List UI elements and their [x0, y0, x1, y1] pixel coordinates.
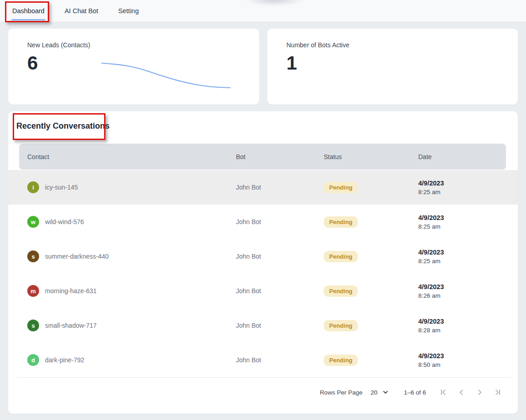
date-cell: 4/9/2023 8:28 am — [418, 318, 506, 334]
date-value: 4/9/2023 — [418, 352, 506, 360]
date-cell: 4/9/2023 8:50 am — [418, 352, 506, 368]
bot-name: John Bot — [236, 218, 324, 225]
last-page-button[interactable] — [493, 388, 502, 397]
status-cell: Pending — [324, 251, 418, 262]
column-header-status: Status — [324, 153, 418, 160]
contact-name: summer-darkness-440 — [45, 253, 109, 260]
contact-cell: m morning-haze-631 — [27, 285, 236, 297]
contact-cell: s small-shadow-717 — [27, 320, 236, 331]
table-body: i icy-sun-145 John Bot Pending 4/9/2023 … — [8, 170, 518, 377]
contact-avatar: i — [27, 181, 39, 193]
time-value: 8:25 am — [418, 223, 506, 230]
conversation-row[interactable]: m morning-haze-631 John Bot Pending 4/9/… — [8, 274, 518, 308]
tab-ai-chat-bot-label: AI Chat Bot — [65, 7, 98, 15]
rows-per-page-select[interactable]: 20 — [371, 388, 390, 397]
date-cell: 4/9/2023 8:26 am — [418, 283, 506, 299]
table-header-row: Contact Bot Status Date — [19, 144, 506, 170]
date-cell: 4/9/2023 8:25 am — [418, 249, 506, 265]
status-badge: Pending — [324, 182, 358, 193]
bot-name: John Bot — [236, 287, 324, 295]
conversation-row[interactable]: i icy-sun-145 John Bot Pending 4/9/2023 … — [8, 170, 518, 205]
status-cell: Pending — [324, 216, 418, 228]
column-header-bot: Bot — [236, 153, 324, 160]
time-value: 8:28 am — [418, 327, 506, 334]
chevron-down-icon — [381, 388, 390, 397]
contact-name: icy-sun-145 — [45, 184, 78, 191]
contact-name: dark-pine-792 — [45, 356, 84, 364]
bot-name: John Bot — [236, 184, 324, 191]
status-cell: Pending — [324, 182, 418, 193]
contact-cell: i icy-sun-145 — [27, 181, 236, 193]
recently-conversations-card: Recently Conversations Contact Bot Statu… — [8, 111, 518, 414]
contact-cell: s summer-darkness-440 — [27, 250, 236, 262]
column-header-contact: Contact — [27, 153, 236, 160]
contact-avatar: d — [27, 354, 39, 366]
status-badge: Pending — [324, 216, 358, 228]
card-bots-active-title: Number of Bots Active — [286, 41, 350, 49]
date-cell: 4/9/2023 8:25 am — [418, 180, 506, 195]
conversation-row[interactable]: w wild-wind-576 John Bot Pending 4/9/202… — [8, 205, 518, 239]
contact-avatar: w — [27, 216, 39, 228]
date-value: 4/9/2023 — [418, 180, 506, 187]
contact-cell: w wild-wind-576 — [27, 216, 236, 228]
contact-cell: d dark-pine-792 — [27, 354, 236, 366]
status-cell: Pending — [324, 355, 418, 366]
previous-page-button[interactable] — [457, 388, 466, 397]
tab-ai-chat-bot[interactable]: AI Chat Bot — [64, 0, 99, 21]
time-value: 8:25 am — [418, 258, 506, 265]
pagination-buttons — [439, 388, 502, 397]
contact-name: morning-haze-631 — [45, 287, 97, 295]
contact-avatar: m — [27, 285, 39, 297]
contact-avatar: s — [27, 320, 39, 331]
time-value: 8:26 am — [418, 292, 506, 299]
tab-setting[interactable]: Setting — [117, 0, 140, 21]
recently-conversations-title: Recently Conversations — [16, 121, 110, 131]
next-page-button[interactable] — [475, 388, 484, 397]
status-cell: Pending — [324, 320, 418, 331]
time-value: 8:50 am — [418, 361, 506, 368]
top-navigation-bar: Dashboard AI Chat Bot Setting — [0, 0, 526, 21]
contact-name: small-shadow-717 — [45, 322, 97, 329]
leads-sparkline-chart — [8, 29, 259, 105]
conversation-row[interactable]: s summer-darkness-440 John Bot Pending 4… — [8, 239, 518, 274]
date-value: 4/9/2023 — [418, 318, 506, 325]
conversation-row[interactable]: s small-shadow-717 John Bot Pending 4/9/… — [8, 308, 518, 343]
card-new-leads: New Leads (Contacts) 6 — [8, 29, 259, 105]
first-page-button[interactable] — [439, 388, 448, 397]
bot-name: John Bot — [236, 253, 324, 260]
status-badge: Pending — [324, 251, 358, 262]
date-value: 4/9/2023 — [418, 249, 506, 256]
contact-name: wild-wind-576 — [45, 218, 84, 225]
bot-name: John Bot — [236, 356, 324, 364]
date-cell: 4/9/2023 8:25 am — [418, 214, 506, 230]
tab-setting-label: Setting — [118, 7, 139, 15]
status-badge: Pending — [324, 355, 358, 366]
tab-dashboard-label: Dashboard — [12, 7, 45, 15]
card-bots-active: Number of Bots Active 1 — [267, 29, 518, 105]
pagination-bar: Rows Per Page 20 1–6 of 6 — [8, 378, 518, 407]
card-bots-active-value: 1 — [286, 52, 297, 74]
bot-name: John Bot — [236, 322, 324, 329]
status-badge: Pending — [324, 285, 358, 297]
date-value: 4/9/2023 — [418, 214, 506, 221]
status-badge: Pending — [324, 320, 358, 331]
rows-per-page-value: 20 — [371, 389, 377, 396]
column-header-date: Date — [418, 153, 506, 160]
date-value: 4/9/2023 — [418, 283, 506, 290]
conversation-row[interactable]: d dark-pine-792 John Bot Pending 4/9/202… — [8, 343, 518, 377]
contact-avatar: s — [27, 250, 39, 262]
rows-per-page-label: Rows Per Page — [320, 389, 362, 396]
tab-dashboard[interactable]: Dashboard — [11, 0, 45, 21]
pagination-range-label: 1–6 of 6 — [404, 389, 426, 396]
active-tab-underline — [11, 19, 45, 20]
status-cell: Pending — [324, 285, 418, 297]
time-value: 8:25 am — [418, 189, 506, 195]
